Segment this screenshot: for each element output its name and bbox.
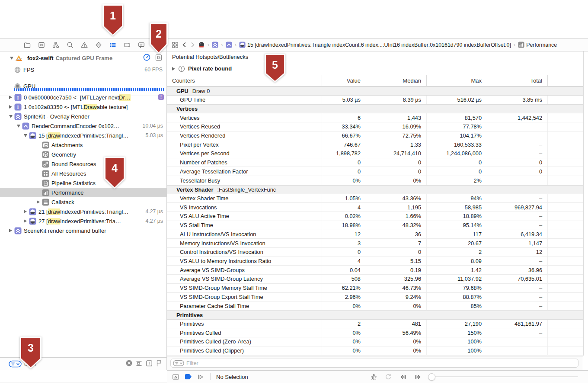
performance-icon[interactable]	[518, 42, 524, 48]
test-icon[interactable]	[95, 41, 102, 49]
counter-row[interactable]: Average VS SIMD-Groups0.040.191.4236.96	[167, 266, 583, 275]
tree-item[interactable]: Performance	[0, 188, 166, 197]
disclosure-triangle[interactable]	[22, 134, 28, 137]
tree-item[interactable]: I0 0x600000ce7a50 <- [MTLLayer nextDr…!	[0, 93, 166, 102]
command-buffer-icon[interactable]	[212, 42, 218, 48]
disclosure-triangle[interactable]	[22, 210, 28, 213]
counter-row[interactable]: ALU Instructions/VS Invocation12361176,4…	[167, 230, 583, 239]
step-forward-icon[interactable]	[197, 373, 205, 381]
forward-icon[interactable]	[189, 41, 196, 48]
column-counters[interactable]: Counters	[167, 75, 322, 86]
trace-icon[interactable]	[198, 42, 205, 48]
profile-gauge-icon[interactable]	[143, 54, 150, 63]
search-icon[interactable]	[66, 41, 74, 49]
rewind-icon[interactable]	[399, 373, 407, 381]
hierarchy-icon[interactable]	[52, 41, 60, 49]
debug-navigator-icon[interactable]	[109, 41, 117, 49]
disclosure-triangle[interactable]	[22, 219, 28, 223]
tree-item[interactable]: SpriteKit - Overlay Render	[0, 112, 166, 121]
counter-row[interactable]: Tessellator Busy0%0%2%–	[167, 176, 583, 185]
tree-item[interactable]: Bound Resources	[0, 159, 166, 169]
bug-icon[interactable]	[370, 373, 377, 381]
back-icon[interactable]	[181, 41, 188, 48]
debug-area-toggle-icon[interactable]	[172, 373, 179, 381]
breakpoint-icon[interactable]	[123, 41, 131, 49]
gpu-gauge-row[interactable]: GPU	[0, 81, 166, 91]
flag-filter-icon[interactable]	[156, 360, 162, 369]
counter-row[interactable]: Vertices61,44381,5701,442,542	[167, 113, 583, 122]
disclosure-triangle[interactable]	[16, 125, 21, 128]
counter-row[interactable]: Vertices Reused33.34%16.09%77.78%–	[167, 122, 583, 131]
tree-item[interactable]: Pipeline Statistics	[0, 178, 166, 188]
tree-item[interactable]: Callstack	[0, 197, 166, 207]
counter-row[interactable]: Parameter Cache Stall Time0%0%85%–	[167, 301, 583, 311]
issues-icon[interactable]	[80, 41, 88, 49]
counter-row[interactable]: VS ALU to Memory Instructions Ratio45.15…	[167, 257, 583, 266]
counter-row[interactable]: Vertex Shader Time1.05%43.36%94%–	[167, 194, 583, 203]
counter-row[interactable]: VS ALU Active Time0.02%1.66%18.89%–	[167, 212, 583, 221]
disclosure-triangle[interactable]	[8, 105, 13, 109]
issues-filter-icon[interactable]	[146, 360, 153, 369]
counter-row[interactable]: Primitives Culled0%56.49%150%–	[167, 328, 583, 337]
tree-item[interactable]: 27 [drawIndexedPrimitives:Tria…4.27 µs	[0, 216, 166, 226]
tree-item-duration: 5.03 µs	[145, 132, 163, 138]
counter-row[interactable]: GPU Time5.03 µs8.39 µs516.02 µs3.85 ms	[167, 96, 583, 105]
counter-row[interactable]: VS Stall Time18.98%48.32%95.14%–	[167, 221, 583, 230]
clear-filter-icon[interactable]	[126, 360, 132, 368]
disclosure-triangle[interactable]	[8, 115, 13, 118]
fps-gauge-row[interactable]: FPS 60 FPS	[0, 64, 166, 75]
render-encoder-icon[interactable]	[226, 42, 232, 48]
counter-row[interactable]: Vertices Rendered66.67%72.75%104.17%–	[167, 131, 583, 141]
counter-row[interactable]: Average VS SIMD-Group Latency508325.9611…	[167, 275, 583, 284]
counter-row[interactable]: Primitives Culled (Zero-Area)0%0%100%–	[167, 337, 583, 346]
tree-item[interactable]: SceneKit render command buffer	[0, 226, 166, 235]
counter-row[interactable]: Primitives Culled (Clipper)0%0%100%–	[167, 346, 583, 356]
callout-badge-4: 4	[104, 157, 125, 189]
folder-icon[interactable]	[23, 41, 31, 49]
tree-item-duration: 4.27 µs	[145, 218, 163, 224]
counter-row[interactable]: Average Tessellation Factor0000	[167, 167, 583, 176]
disclosure-triangle[interactable]	[10, 57, 13, 60]
related-items-icon[interactable]	[171, 41, 179, 49]
playback-slider[interactable]	[429, 376, 578, 377]
reload-icon[interactable]	[385, 373, 392, 380]
counter-row[interactable]: Number of Patches0000	[167, 158, 583, 167]
tree-item[interactable]: I1 0x102a83350 <- [MTLDrawable texture]	[0, 102, 166, 112]
column-value[interactable]: Value	[322, 75, 366, 86]
counter-row[interactable]: Pixel per Vertex746.671.33160,533.33–	[167, 140, 583, 149]
frame-boundaries-icon[interactable]	[135, 360, 143, 369]
issue-badge[interactable]: !	[158, 94, 164, 100]
counter-row[interactable]: Memory Instructions/VS Invocation3720.67…	[167, 239, 583, 248]
disclosure-triangle[interactable]	[8, 229, 13, 232]
counter-row[interactable]: Primitives248127,190481,161.97	[167, 320, 583, 329]
table-filter-field[interactable]: Filter	[170, 359, 578, 368]
column-median[interactable]: Median	[366, 75, 426, 86]
disclosure-triangle[interactable]	[35, 200, 41, 204]
slider-knob[interactable]	[428, 373, 435, 381]
column-max[interactable]: Max	[426, 75, 487, 86]
tree-item[interactable]: 15 [drawIndexedPrimitives:Triangl…5.03 µ…	[0, 131, 166, 140]
fast-forward-icon[interactable]	[414, 373, 422, 381]
disclosure-triangle[interactable]	[8, 96, 13, 99]
counter-row[interactable]: Control Instructions/VS Invocation00212	[167, 248, 583, 257]
draw-call-icon[interactable]	[239, 42, 246, 48]
tree-item[interactable]: Attachments	[0, 140, 166, 150]
hotspot-row[interactable]: Pixel rate bound	[167, 62, 583, 75]
report-icon[interactable]	[137, 41, 145, 49]
breadcrumb-draw-call[interactable]: 15 [drawIndexedPrimitives:Triangle index…	[247, 42, 511, 48]
disclosure-triangle[interactable]	[172, 67, 175, 71]
counter-row[interactable]: Vertices per Second1,898,78224,714,4101,…	[167, 149, 583, 158]
counter-row[interactable]: VS SIMD-Group Memory Stall Time62.21%46.…	[167, 284, 583, 293]
flag-marker-icon[interactable]	[185, 374, 192, 379]
counter-row[interactable]: VS Invocations41,19558,985969,827.94	[167, 203, 583, 212]
tree-item[interactable]: 21 [drawIndexedPrimitives:Triangl…4.27 µ…	[0, 207, 166, 216]
breadcrumb-performance[interactable]: Performance	[526, 42, 557, 48]
tree-item[interactable]: All Resources	[0, 169, 166, 178]
frame-navigator-list-icon[interactable]	[155, 54, 162, 63]
counter-row[interactable]: VS SIMD-Group Export Stall Time2.96%9.24…	[167, 293, 583, 302]
tree-item[interactable]: Geometry	[0, 150, 166, 159]
captured-frame-row[interactable]: fox2-swift Captured GPU Frame	[0, 51, 166, 64]
column-total[interactable]: Total	[487, 75, 547, 86]
tree-item[interactable]: RenderCommandEncoder 0x102…10.04 µs	[0, 121, 166, 131]
capture-icon[interactable]	[38, 41, 45, 49]
